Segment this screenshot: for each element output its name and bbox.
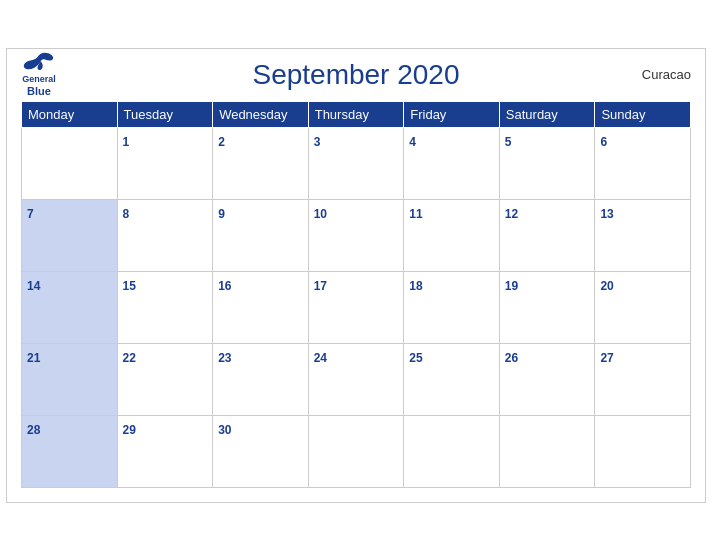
weekday-header-row: MondayTuesdayWednesdayThursdayFridaySatu…: [22, 101, 691, 127]
weekday-header-wednesday: Wednesday: [213, 101, 309, 127]
day-number: 7: [27, 207, 34, 221]
day-number: 11: [409, 207, 422, 221]
calendar-cell: 3: [308, 127, 404, 199]
calendar-cell: 14: [22, 271, 118, 343]
week-row-3: 14151617181920: [22, 271, 691, 343]
calendar-cell: 11: [404, 199, 500, 271]
calendar-cell: 4: [404, 127, 500, 199]
day-number: 20: [600, 279, 613, 293]
logo-blue-text: Blue: [27, 85, 51, 98]
calendar-cell: 10: [308, 199, 404, 271]
logo: General Blue: [21, 51, 57, 98]
day-number: 26: [505, 351, 518, 365]
calendar-cell: 28: [22, 415, 118, 487]
calendar-cell: [404, 415, 500, 487]
week-row-1: 123456: [22, 127, 691, 199]
day-number: 18: [409, 279, 422, 293]
calendar-cell: 26: [499, 343, 595, 415]
day-number: 4: [409, 135, 416, 149]
day-number: 21: [27, 351, 40, 365]
day-number: 28: [27, 423, 40, 437]
calendar-grid: MondayTuesdayWednesdayThursdayFridaySatu…: [21, 101, 691, 488]
calendar-cell: 8: [117, 199, 213, 271]
day-number: 19: [505, 279, 518, 293]
day-number: 25: [409, 351, 422, 365]
calendar-cell: 29: [117, 415, 213, 487]
calendar-cell: [499, 415, 595, 487]
calendar-cell: [595, 415, 691, 487]
calendar-cell: 15: [117, 271, 213, 343]
day-number: 9: [218, 207, 225, 221]
calendar-cell: 19: [499, 271, 595, 343]
calendar-cell: 21: [22, 343, 118, 415]
weekday-header-monday: Monday: [22, 101, 118, 127]
calendar-cell: 6: [595, 127, 691, 199]
calendar-cell: 16: [213, 271, 309, 343]
day-number: 27: [600, 351, 613, 365]
day-number: 1: [123, 135, 130, 149]
day-number: 3: [314, 135, 321, 149]
calendar-cell: 27: [595, 343, 691, 415]
logo-general-text: General: [22, 74, 56, 85]
weekday-header-saturday: Saturday: [499, 101, 595, 127]
day-number: 14: [27, 279, 40, 293]
weekday-header-friday: Friday: [404, 101, 500, 127]
calendar-cell: 24: [308, 343, 404, 415]
calendar-cell: 7: [22, 199, 118, 271]
day-number: 13: [600, 207, 613, 221]
calendar-cell: 13: [595, 199, 691, 271]
day-number: 10: [314, 207, 327, 221]
week-row-2: 78910111213: [22, 199, 691, 271]
calendar-cell: 18: [404, 271, 500, 343]
region-label: Curacao: [642, 67, 691, 82]
calendar-header: General Blue September 2020 Curacao: [21, 59, 691, 91]
day-number: 5: [505, 135, 512, 149]
calendar-cell: [308, 415, 404, 487]
day-number: 2: [218, 135, 225, 149]
calendar-cell: [22, 127, 118, 199]
calendar-cell: 23: [213, 343, 309, 415]
weekday-header-tuesday: Tuesday: [117, 101, 213, 127]
week-row-4: 21222324252627: [22, 343, 691, 415]
calendar-cell: 20: [595, 271, 691, 343]
day-number: 16: [218, 279, 231, 293]
calendar-cell: 9: [213, 199, 309, 271]
day-number: 15: [123, 279, 136, 293]
calendar-cell: 5: [499, 127, 595, 199]
calendar-cell: 30: [213, 415, 309, 487]
calendar-cell: 25: [404, 343, 500, 415]
weekday-header-thursday: Thursday: [308, 101, 404, 127]
weekday-header-sunday: Sunday: [595, 101, 691, 127]
day-number: 24: [314, 351, 327, 365]
day-number: 29: [123, 423, 136, 437]
calendar-cell: 2: [213, 127, 309, 199]
day-number: 12: [505, 207, 518, 221]
week-row-5: 282930: [22, 415, 691, 487]
day-number: 22: [123, 351, 136, 365]
day-number: 8: [123, 207, 130, 221]
calendar-cell: 1: [117, 127, 213, 199]
calendar-wrapper: General Blue September 2020 Curacao Mond…: [6, 48, 706, 503]
day-number: 30: [218, 423, 231, 437]
day-number: 17: [314, 279, 327, 293]
calendar-cell: 17: [308, 271, 404, 343]
day-number: 23: [218, 351, 231, 365]
calendar-cell: 12: [499, 199, 595, 271]
logo-icon: [21, 51, 57, 73]
calendar-title: September 2020: [252, 59, 459, 91]
calendar-cell: 22: [117, 343, 213, 415]
day-number: 6: [600, 135, 607, 149]
